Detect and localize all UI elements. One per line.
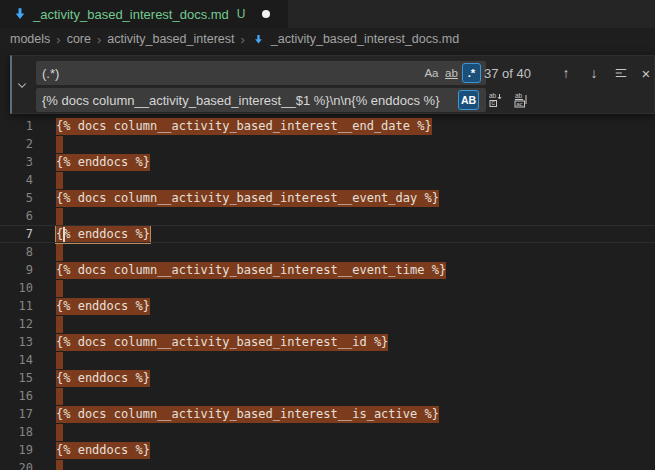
svg-text:ab: ab (515, 92, 523, 99)
find-replace-widget: Aa ab .* 37 of 40 ↑ ↓ × AB ab c ab ac (10, 55, 655, 114)
git-status-badge: U (237, 7, 246, 21)
line-content[interactable]: {% enddocs %} (56, 225, 150, 243)
replace-button[interactable]: ab c (486, 90, 506, 110)
search-match-highlight: {% docs column__activity_based_interest_… (56, 334, 388, 351)
whole-word-option[interactable]: ab (442, 63, 461, 83)
line-content[interactable]: {% docs column__activity_based_interest_… (56, 405, 439, 423)
svg-text:ab: ab (489, 92, 497, 99)
toggle-replace-chevron-icon[interactable] (14, 77, 30, 93)
replace-input[interactable] (36, 88, 486, 112)
code-line[interactable]: 11{% enddocs %} (0, 297, 655, 315)
line-number: 8 (0, 243, 33, 261)
breadcrumb-item-models[interactable]: models (10, 32, 50, 46)
markdown-file-icon (13, 7, 27, 21)
unsaved-dot-icon[interactable] (262, 10, 270, 18)
find-input[interactable] (36, 61, 486, 85)
code-line[interactable]: 4 (0, 171, 655, 189)
line-content[interactable] (56, 135, 63, 153)
search-match-highlight-empty (56, 352, 63, 369)
previous-match-button[interactable]: ↑ (556, 63, 576, 83)
code-line[interactable]: 14 (0, 351, 655, 369)
line-content[interactable] (56, 315, 63, 333)
breadcrumb-item-file[interactable]: _activity_based_interest_docs.md (271, 32, 459, 46)
search-match-highlight: {% enddocs %} (56, 298, 150, 315)
code-line[interactable]: 20 (0, 459, 655, 470)
line-content[interactable]: {% docs column__activity_based_interest_… (56, 261, 446, 279)
match-count: 37 of 40 (484, 61, 531, 85)
code-line[interactable]: 15{% enddocs %} (0, 369, 655, 387)
line-number: 16 (0, 387, 33, 405)
line-content[interactable]: {% enddocs %} (56, 297, 150, 315)
code-line[interactable]: 16 (0, 387, 655, 405)
editor-tab[interactable]: _activity_based_interest_docs.md U (0, 0, 288, 28)
breadcrumb-item-folder[interactable]: activity_based_interest (107, 32, 234, 46)
preserve-case-option[interactable]: AB (458, 90, 479, 110)
code-editor[interactable]: 1{% docs column__activity_based_interest… (0, 117, 655, 470)
line-number: 1 (0, 117, 33, 135)
code-line[interactable]: 12 (0, 315, 655, 333)
chevron-right-icon: › (97, 32, 101, 47)
svg-text:ac: ac (516, 101, 522, 107)
line-content[interactable] (56, 243, 63, 261)
line-number: 3 (0, 153, 33, 171)
line-number: 14 (0, 351, 33, 369)
line-content[interactable]: {% enddocs %} (56, 369, 150, 387)
code-line[interactable]: 3{% enddocs %} (0, 153, 655, 171)
tab-bar: _activity_based_interest_docs.md U (0, 0, 655, 28)
search-match-highlight-empty (56, 172, 63, 189)
replace-all-button[interactable]: ab ac (511, 90, 531, 110)
code-line[interactable]: 18 (0, 423, 655, 441)
code-line[interactable]: 5{% docs column__activity_based_interest… (0, 189, 655, 207)
line-content[interactable] (56, 351, 63, 369)
search-match-highlight-empty (56, 244, 63, 261)
code-line[interactable]: 2 (0, 135, 655, 153)
search-match-highlight: {% enddocs %} (56, 442, 150, 459)
code-line[interactable]: 7{% enddocs %} (0, 225, 655, 243)
code-line[interactable]: 9{% docs column__activity_based_interest… (0, 261, 655, 279)
search-match-highlight: {% docs column__activity_based_interest_… (56, 190, 439, 207)
search-match-highlight-empty (56, 208, 63, 225)
text-cursor (63, 227, 65, 242)
next-match-button[interactable]: ↓ (584, 63, 604, 83)
search-match-highlight-empty (56, 316, 63, 333)
search-match-highlight: {% docs column__activity_based_interest_… (56, 406, 439, 423)
code-line[interactable]: 19{% enddocs %} (0, 441, 655, 459)
line-content[interactable] (56, 279, 63, 297)
regex-option[interactable]: .* (462, 63, 481, 83)
line-number: 11 (0, 297, 33, 315)
line-number: 10 (0, 279, 33, 297)
search-match-highlight-empty (56, 136, 63, 153)
breadcrumb-item-core[interactable]: core (67, 32, 91, 46)
line-content[interactable]: {% docs column__activity_based_interest_… (56, 189, 439, 207)
line-number: 13 (0, 333, 33, 351)
line-content[interactable] (56, 171, 63, 189)
line-content[interactable]: {% docs column__activity_based_interest_… (56, 333, 388, 351)
line-content[interactable] (56, 423, 63, 441)
current-search-match: {% enddocs %} (56, 226, 150, 243)
search-match-highlight: {% docs column__activity_based_interest_… (56, 262, 446, 279)
code-line[interactable]: 6 (0, 207, 655, 225)
line-content[interactable] (56, 387, 63, 405)
line-number: 19 (0, 441, 33, 459)
line-number: 17 (0, 405, 33, 423)
line-number: 5 (0, 189, 33, 207)
line-number: 7 (0, 225, 33, 243)
close-widget-button[interactable]: × (636, 63, 655, 83)
line-content[interactable]: {% enddocs %} (56, 153, 150, 171)
code-line[interactable]: 8 (0, 243, 655, 261)
code-line[interactable]: 13{% docs column__activity_based_interes… (0, 333, 655, 351)
code-line[interactable]: 10 (0, 279, 655, 297)
code-line[interactable]: 17{% docs column__activity_based_interes… (0, 405, 655, 423)
line-number: 2 (0, 135, 33, 153)
breadcrumb: models › core › activity_based_interest … (0, 28, 655, 50)
line-number: 6 (0, 207, 33, 225)
tab-title: _activity_based_interest_docs.md (33, 7, 229, 22)
line-content[interactable] (56, 459, 63, 470)
code-line[interactable]: 1{% docs column__activity_based_interest… (0, 117, 655, 135)
line-number: 18 (0, 423, 33, 441)
line-content[interactable]: {% docs column__activity_based_interest_… (56, 117, 432, 135)
match-case-option[interactable]: Aa (422, 63, 441, 83)
line-content[interactable] (56, 207, 63, 225)
line-content[interactable]: {% enddocs %} (56, 441, 150, 459)
find-in-selection-button[interactable] (611, 63, 631, 83)
